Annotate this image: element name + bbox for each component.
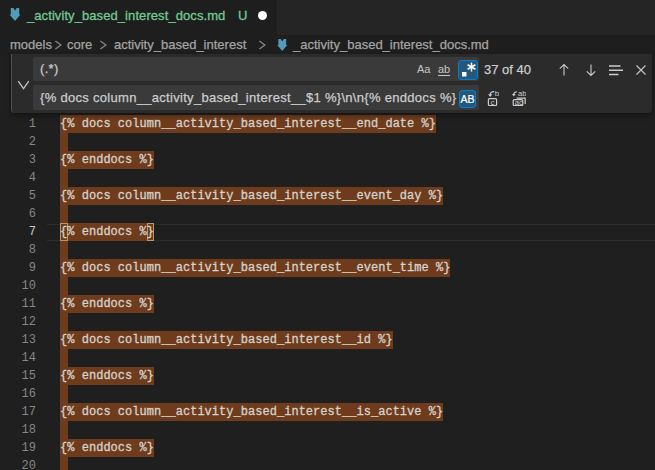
svg-text:ac: ac xyxy=(515,98,523,106)
svg-text:b: b xyxy=(495,90,499,98)
svg-text:c: c xyxy=(490,98,494,106)
